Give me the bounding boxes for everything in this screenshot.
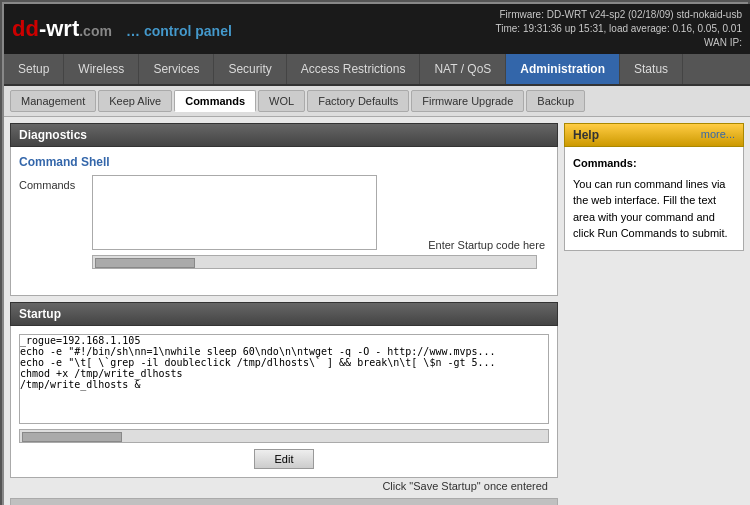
help-title: Help (573, 128, 599, 142)
nav-setup[interactable]: Setup (4, 54, 64, 84)
nav-status[interactable]: Status (620, 54, 683, 84)
diagnostics-title: Diagnostics (19, 128, 87, 142)
startup-textarea[interactable]: _rogue=192.168.1.105 echo -e "#!/bin/sh\… (19, 334, 549, 424)
annotation-startup: Enter Startup code here (428, 239, 545, 251)
firmware-info: Firmware: DD-WRT v24-sp2 (02/18/09) std-… (500, 9, 743, 20)
help-more-link[interactable]: more... (701, 128, 735, 142)
annotation-save-startup-text: Click "Save Startup" once entered (382, 480, 548, 492)
subnav-backup[interactable]: Backup (526, 90, 585, 112)
help-commands-text: You can run command lines via the web in… (573, 176, 735, 242)
nav-security[interactable]: Security (214, 54, 286, 84)
header-info: Firmware: DD-WRT v24-sp2 (02/18/09) std-… (496, 8, 742, 50)
subnav-firmware-upgrade[interactable]: Firmware Upgrade (411, 90, 524, 112)
nav-wireless[interactable]: Wireless (64, 54, 139, 84)
subnav-commands[interactable]: Commands (174, 90, 256, 112)
wan-info: WAN IP: (704, 37, 742, 48)
nav-administration[interactable]: Administration (506, 54, 620, 84)
commands-label: Commands (19, 175, 84, 191)
help-commands-title: Commands: (573, 155, 735, 172)
subnav-keep-alive[interactable]: Keep Alive (98, 90, 172, 112)
subnav-wol[interactable]: WOL (258, 90, 305, 112)
commands-textarea[interactable] (92, 175, 377, 250)
nav-access-restrictions[interactable]: Access Restrictions (287, 54, 421, 84)
nav-services[interactable]: Services (139, 54, 214, 84)
subnav-management[interactable]: Management (10, 90, 96, 112)
diagnostics-header: Diagnostics (10, 123, 558, 147)
time-info: Time: 19:31:36 up 15:31, load average: 0… (496, 23, 742, 34)
startup-title: Startup (19, 307, 61, 321)
subnav-factory-defaults[interactable]: Factory Defaults (307, 90, 409, 112)
nav-nat-qos[interactable]: NAT / QoS (420, 54, 506, 84)
annotation-save-startup: Click "Save Startup" once entered (10, 480, 558, 492)
startup-header: Startup (10, 302, 558, 326)
edit-button[interactable]: Edit (254, 449, 315, 469)
logo: dd-wrt.com … control panel (12, 16, 232, 42)
command-shell-title: Command Shell (19, 155, 549, 169)
annotation-enter-startup-text: Enter Startup code here (428, 239, 545, 251)
